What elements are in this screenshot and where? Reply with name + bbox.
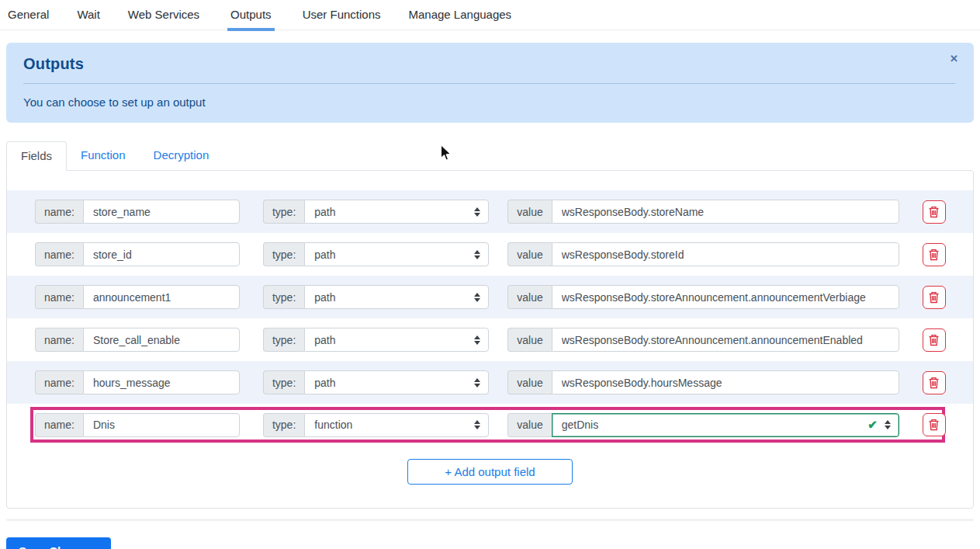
delete-field-button[interactable]: [923, 243, 946, 266]
output-field-row: name: type: path value: [7, 233, 973, 276]
type-group: type: function: [263, 413, 489, 437]
field-value-input[interactable]: [552, 328, 899, 352]
field-name-input[interactable]: [83, 370, 240, 394]
trash-icon: [928, 248, 940, 261]
field-name-input[interactable]: [83, 200, 240, 224]
delete-field-button[interactable]: [923, 286, 946, 309]
value-group: value: [507, 328, 899, 352]
delete-field-button[interactable]: [923, 200, 946, 224]
name-label: name:: [35, 328, 83, 352]
outputs-alert: Outputs You can choose to set up an outp…: [6, 43, 974, 123]
name-label: name:: [35, 285, 83, 309]
name-group: name:: [35, 413, 240, 437]
select-arrows-icon: [474, 335, 480, 345]
trash-icon: [928, 291, 940, 304]
tab-wait[interactable]: Wait: [77, 8, 99, 30]
name-group: name:: [35, 328, 240, 352]
type-group: type: path: [263, 328, 489, 352]
field-value-text: getDnis: [562, 419, 598, 431]
select-arrows-icon: [474, 378, 480, 387]
trash-icon: [928, 334, 940, 346]
type-label: type:: [263, 328, 304, 352]
tab-general[interactable]: General: [8, 8, 49, 30]
field-type-value: path: [314, 377, 335, 389]
value-group: value: [507, 242, 899, 266]
field-type-select[interactable]: path: [304, 242, 489, 266]
tab-fields[interactable]: Fields: [6, 141, 67, 171]
field-name-input[interactable]: [83, 285, 240, 309]
value-label: value: [507, 413, 551, 437]
trash-icon: [928, 419, 940, 431]
fields-panel: name: type: path value name:: [6, 170, 974, 509]
valid-check-icon: ✔: [867, 418, 878, 432]
tab-manage-languages[interactable]: Manage Languages: [409, 8, 512, 30]
type-group: type: path: [263, 200, 489, 224]
delete-field-button[interactable]: [923, 371, 946, 394]
output-field-row: name: type: path value: [7, 361, 973, 404]
save-changes-button[interactable]: Save Changes: [6, 537, 111, 549]
value-label: value: [507, 285, 551, 309]
type-label: type:: [263, 370, 304, 394]
output-fields-list: name: type: path value name:: [7, 190, 973, 443]
field-value-select[interactable]: getDnis ✔: [552, 413, 899, 437]
trash-icon: [928, 206, 940, 218]
field-value-input[interactable]: [552, 200, 899, 224]
field-value-input[interactable]: [552, 285, 899, 309]
field-name-input[interactable]: [83, 328, 240, 352]
field-type-value: path: [314, 206, 335, 218]
field-type-select[interactable]: function: [304, 413, 489, 437]
field-type-select[interactable]: path: [304, 200, 489, 224]
field-value-input[interactable]: [552, 242, 899, 266]
name-label: name:: [35, 413, 83, 437]
value-group: value: [507, 370, 899, 394]
select-arrows-icon: [885, 420, 891, 429]
fields-tabbar: Fields Function Decryption: [6, 141, 974, 170]
delete-field-button[interactable]: [923, 328, 946, 352]
output-field-row: name: type: path value: [7, 276, 973, 318]
top-nav: General Wait Web Services Outputs User F…: [0, 0, 980, 30]
value-group: value getDnis ✔: [507, 413, 899, 437]
delete-field-button[interactable]: [923, 413, 946, 436]
field-type-select[interactable]: path: [304, 370, 489, 394]
output-field-row: name: type: path value: [7, 318, 973, 361]
value-label: value: [507, 200, 551, 224]
trash-icon: [928, 377, 940, 389]
output-field-row: name: type: path value: [7, 190, 973, 233]
alert-title: Outputs: [23, 55, 955, 73]
field-type-value: path: [314, 248, 335, 261]
output-field-row: name: type: function value getDnis ✔: [30, 407, 945, 443]
select-arrows-icon: [474, 293, 480, 302]
field-value-input[interactable]: [552, 370, 899, 394]
tab-outputs[interactable]: Outputs: [227, 8, 275, 31]
value-group: value: [507, 200, 899, 224]
name-label: name:: [35, 370, 83, 394]
type-label: type:: [263, 242, 304, 266]
bottom-divider: [6, 519, 974, 521]
field-name-input[interactable]: [83, 413, 240, 437]
close-icon[interactable]: ✕: [950, 54, 958, 64]
add-output-field-button[interactable]: + Add output field: [407, 459, 573, 485]
field-type-value: path: [314, 291, 335, 304]
select-arrows-icon: [474, 420, 480, 429]
tab-function[interactable]: Function: [67, 141, 140, 170]
type-label: type:: [263, 413, 304, 437]
name-group: name:: [35, 242, 240, 266]
tab-web-services[interactable]: Web Services: [128, 8, 199, 30]
tab-decryption[interactable]: Decryption: [140, 141, 223, 170]
alert-message: You can choose to set up an output: [23, 96, 955, 109]
value-label: value: [507, 242, 551, 266]
alert-divider: [23, 83, 955, 84]
tab-user-functions[interactable]: User Functions: [303, 8, 381, 30]
name-group: name:: [35, 370, 240, 394]
type-label: type:: [263, 285, 304, 309]
field-type-select[interactable]: path: [304, 328, 489, 352]
field-type-value: function: [314, 419, 352, 431]
value-label: value: [507, 370, 551, 394]
select-arrows-icon: [474, 207, 480, 217]
value-label: value: [507, 328, 551, 352]
field-type-select[interactable]: path: [304, 285, 489, 309]
name-label: name:: [35, 200, 83, 224]
field-name-input[interactable]: [83, 242, 240, 266]
name-label: name:: [35, 242, 83, 266]
type-label: type:: [263, 200, 304, 224]
